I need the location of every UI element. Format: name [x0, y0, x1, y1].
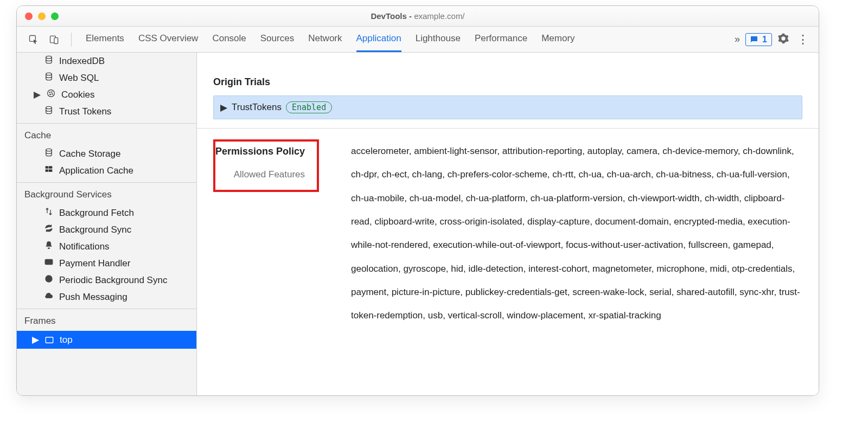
svg-rect-18	[46, 337, 53, 343]
svg-rect-15	[49, 170, 52, 172]
bg-item-push-messaging[interactable]: Push Messaging	[17, 289, 196, 305]
svg-rect-14	[46, 170, 48, 172]
caret-right-icon: ▶	[220, 102, 227, 113]
caret-right-icon: ▶	[33, 89, 41, 100]
titlebar: DevTools - example.com/	[17, 6, 819, 27]
allowed-features-value: accelerometer, ambient-light-sensor, att…	[342, 139, 802, 328]
main-pane: Origin Trials ▶ TrustTokens Enabled Perm…	[197, 53, 819, 395]
origin-trial-status-badge: Enabled	[286, 101, 332, 113]
sidebar-item-label: Cookies	[61, 89, 94, 100]
db-icon	[44, 148, 54, 160]
cache-item-application-cache[interactable]: Application Cache	[17, 162, 196, 179]
more-tabs-chevron-icon[interactable]: »	[735, 34, 740, 45]
storage-item-cookies[interactable]: ▶Cookies	[17, 86, 196, 103]
sidebar-item-label: Trust Tokens	[59, 106, 111, 117]
svg-point-8	[50, 94, 51, 95]
sidebar-item-label: Web SQL	[59, 73, 99, 84]
cache-item-cache-storage[interactable]: Cache Storage	[17, 145, 196, 162]
svg-point-4	[46, 73, 52, 75]
svg-point-11	[46, 149, 52, 151]
window-title: DevTools - example.com/	[17, 11, 819, 21]
highlight-annotation: Permissions Policy Allowed Features	[213, 139, 319, 192]
tab-memory[interactable]: Memory	[541, 27, 575, 52]
storage-item-web-sql[interactable]: Web SQL	[17, 69, 196, 86]
sidebar-item-label: Background Sync	[59, 225, 131, 235]
svg-point-7	[52, 92, 53, 93]
title-prefix: DevTools -	[371, 11, 414, 21]
storage-item-trust-tokens[interactable]: Trust Tokens	[17, 103, 196, 120]
devtools-window: DevTools - example.com/ ElementsCSS Over…	[16, 5, 819, 396]
permissions-policy-title: Permissions Policy	[215, 146, 305, 157]
db-icon	[44, 55, 54, 67]
bg-item-background-fetch[interactable]: Background Fetch	[17, 204, 196, 221]
issues-count: 1	[762, 35, 767, 44]
sidebar-item-label: Payment Handler	[59, 258, 130, 269]
origin-trial-row[interactable]: ▶ TrustTokens Enabled	[213, 95, 802, 119]
db-icon	[44, 105, 54, 118]
bell-icon	[44, 240, 54, 253]
device-toggle-icon[interactable]	[45, 30, 63, 49]
cookie-icon	[46, 88, 56, 101]
cloud-icon	[44, 291, 54, 303]
tab-sources[interactable]: Sources	[260, 27, 294, 52]
svg-rect-2	[54, 37, 58, 43]
grid-icon	[44, 164, 54, 177]
origin-trial-name: TrustTokens	[232, 102, 282, 113]
title-domain: example.com/	[414, 11, 464, 21]
bg-services-group-header: Background Services	[17, 183, 196, 204]
toolbar-divider	[71, 33, 72, 47]
storage-item-indexeddb[interactable]: IndexedDB	[17, 53, 196, 69]
svg-point-9	[52, 94, 53, 95]
issues-badge[interactable]: 1	[745, 33, 772, 46]
svg-point-3	[46, 56, 52, 59]
tab-css-overview[interactable]: CSS Overview	[138, 27, 199, 52]
clock-icon	[44, 274, 54, 286]
bg-item-notifications[interactable]: Notifications	[17, 238, 196, 255]
svg-point-10	[46, 106, 52, 109]
svg-point-5	[48, 90, 55, 97]
sidebar-item-label: Cache Storage	[59, 149, 120, 159]
svg-point-6	[49, 92, 50, 93]
svg-rect-12	[46, 166, 48, 169]
permissions-policy-section: Permissions Policy Allowed Features acce…	[197, 129, 819, 344]
tab-lighthouse[interactable]: Lighthouse	[416, 27, 461, 52]
panel-tabs: ElementsCSS OverviewConsoleSourcesNetwor…	[81, 27, 735, 52]
inspect-element-icon[interactable]	[24, 30, 43, 49]
frames-group-header: Frames	[17, 309, 196, 331]
frame-top[interactable]: ▶ top	[17, 331, 196, 349]
tab-performance[interactable]: Performance	[475, 27, 527, 52]
tab-elements[interactable]: Elements	[86, 27, 124, 52]
settings-gear-icon[interactable]	[777, 33, 789, 47]
kebab-menu-icon[interactable]: ⋮	[795, 33, 811, 47]
origin-trials-section: Origin Trials ▶ TrustTokens Enabled	[197, 63, 819, 129]
frame-top-label: top	[60, 335, 73, 345]
caret-right-icon: ▶	[32, 334, 39, 345]
tab-network[interactable]: Network	[308, 27, 342, 52]
db-icon	[44, 72, 54, 84]
allowed-features-label: Allowed Features	[215, 169, 305, 180]
sidebar-item-label: Background Fetch	[59, 208, 134, 219]
origin-trials-title: Origin Trials	[213, 76, 802, 88]
tab-application[interactable]: Application	[356, 27, 401, 52]
bg-item-payment-handler[interactable]: Payment Handler	[17, 255, 196, 272]
bg-item-background-sync[interactable]: Background Sync	[17, 221, 196, 238]
sidebar-item-label: Application Cache	[59, 165, 133, 176]
bg-item-periodic-background-sync[interactable]: Periodic Background Sync	[17, 272, 196, 289]
sidebar-item-label: IndexedDB	[59, 56, 105, 67]
sidebar-item-label: Periodic Background Sync	[59, 275, 167, 286]
tab-console[interactable]: Console	[212, 27, 246, 52]
sidebar-item-label: Notifications	[59, 241, 110, 252]
svg-rect-13	[49, 166, 52, 169]
sync-icon	[44, 223, 54, 236]
sidebar-item-label: Push Messaging	[59, 292, 127, 303]
toolbar: ElementsCSS OverviewConsoleSourcesNetwor…	[17, 27, 819, 53]
frame-icon	[44, 335, 54, 345]
transfer-icon	[44, 207, 54, 219]
card-icon	[44, 257, 54, 270]
svg-rect-16	[45, 260, 53, 265]
sidebar: IndexedDBWeb SQL▶CookiesTrust Tokens Cac…	[17, 53, 197, 395]
cache-group-header: Cache	[17, 124, 196, 145]
